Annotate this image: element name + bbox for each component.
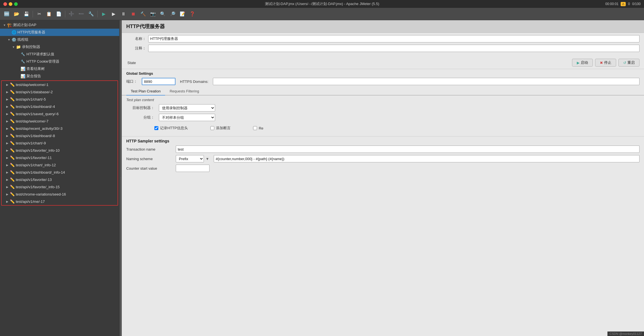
tree-item-chrome-16[interactable]: ✏️ test/chrome-variations/seed-16 (2, 190, 118, 198)
start-button[interactable]: ▶ 启动 (572, 59, 593, 67)
item-15-label: test/api/v1/favorite/_info-15 (16, 185, 60, 189)
counter-start-input[interactable] (176, 165, 210, 172)
sidebar-item-cookie-manager[interactable]: 🔧 HTTP Cookie管理器 (0, 58, 119, 65)
tree-item-chart-9[interactable]: ✏️ test/api/v1/chart/-9 (2, 139, 118, 147)
record-controller-arrow (11, 45, 16, 49)
tree-item-recent-activity-3[interactable]: ✏️ test/dap/recent_activity/30/-3 (2, 125, 118, 132)
item-3-icon: ✏️ (10, 97, 15, 102)
tree-item-me-17[interactable]: ✏️ test/api/v1/me/-17 (2, 198, 118, 205)
tree-item-chart-info-12[interactable]: ✏️ test/api/v1/chart/_info-12 (2, 161, 118, 169)
zoom-button[interactable]: 🔎 (168, 10, 177, 19)
sidebar-item-aggregate-report[interactable]: 📊 聚合报告 (0, 72, 119, 80)
tree-item-database-2[interactable]: ✏️ test/api/v1/database/-2 (2, 88, 118, 96)
paste-button[interactable]: 📄 (54, 10, 63, 19)
tree-item-welcome-1[interactable]: ✏️ test/dap/welcome/-1 (2, 81, 118, 88)
item-10-arrow (5, 148, 10, 153)
pause-button[interactable]: ⏸ (119, 10, 128, 19)
dropdown-arrow-icon: ▼ (206, 157, 209, 161)
cut-button[interactable]: ✂ (35, 10, 44, 19)
tree-item-welcome-7[interactable]: ✏️ test/dap/welcome/-7 (2, 117, 118, 125)
naming-scheme-select[interactable]: Prefix Default (176, 155, 204, 162)
http-proxy-arrow (7, 30, 11, 35)
stop-button[interactable]: ✖ 停止 (595, 59, 616, 67)
tree-item-favorite-11[interactable]: ✏️ test/api/v1/favorite/-11 (2, 154, 118, 161)
tree-item-dashboard-4[interactable]: ✏️ test/api/v1/dashboard/-4 (2, 103, 118, 110)
add-button[interactable]: ➕ (67, 10, 76, 19)
traffic-lights (3, 2, 18, 6)
separator-2 (65, 11, 65, 17)
item-11-label: test/api/v1/favorite/-11 (16, 156, 52, 160)
tree-item-favorite-info-15[interactable]: ✏️ test/api/v1/favorite/_info-15 (2, 183, 118, 190)
sidebar-item-thread-group[interactable]: ⚙️ 线程组 (0, 36, 119, 43)
save-button[interactable]: 💾 (22, 10, 31, 19)
group-select[interactable]: 不对样本分组 (159, 114, 215, 121)
start-label: 启动 (581, 60, 588, 65)
close-button[interactable] (3, 2, 7, 6)
item-2-icon: ✏️ (10, 89, 15, 94)
item-16-label: test/chrome-variations/seed-16 (16, 192, 66, 196)
settings-button[interactable]: 🔧 (87, 10, 96, 19)
main-layout: 🏗️ 测试计划-DAP 🌐 HTTP代理服务器 ⚙️ 线程组 📁 录制控制器 (0, 20, 644, 336)
tree-root-node[interactable]: 🏗️ 测试计划-DAP (0, 21, 119, 29)
transaction-name-label: Transaction name (126, 147, 171, 151)
item-5-icon: ✏️ (10, 111, 15, 116)
group-row: 分组： 不对样本分组 (126, 114, 640, 121)
tree-item-chart-5[interactable]: ✏️ test/api/v1/chart/-5 (2, 96, 118, 103)
global-settings-title: Global Settings (122, 69, 644, 77)
stop-button[interactable]: ⏹ (129, 10, 138, 19)
tree-item-saved-query-6[interactable]: ✏️ test/api/v1/saved_query/-6 (2, 110, 118, 117)
item-12-label: test/api/v1/chart/_info-12 (16, 163, 56, 167)
https-label: HTTPS Domains: (180, 80, 208, 84)
item-13-arrow (5, 170, 10, 174)
tab-requests-filtering[interactable]: Requests Filtering (165, 87, 204, 96)
search-button[interactable]: 🔍 (158, 10, 167, 19)
copy-button[interactable]: 📋 (44, 10, 53, 19)
sidebar-item-record-controller[interactable]: 📁 录制控制器 (0, 43, 119, 51)
re-checkbox[interactable] (253, 126, 257, 130)
tree-item-favorite-13[interactable]: ✏️ test/api/v1/favorite/-13 (2, 176, 118, 183)
item-11-arrow (5, 155, 10, 160)
maximize-button[interactable] (14, 2, 18, 6)
record-http-headers-checkbox[interactable] (154, 126, 158, 130)
panel-divider[interactable]: ⋮ (120, 20, 122, 336)
sidebar-item-http-proxy[interactable]: 🌐 HTTP代理服务器 (0, 29, 119, 36)
https-domains-input[interactable] (213, 78, 640, 85)
naming-pattern-input[interactable] (214, 155, 640, 162)
run-no-pause-button[interactable]: ▶ (109, 10, 118, 19)
transaction-name-input[interactable] (176, 146, 640, 153)
restart-button[interactable]: ↺ 重启 (618, 59, 640, 67)
clear-button[interactable]: 🔨 (139, 10, 148, 19)
item-15-icon: ✏️ (10, 184, 15, 189)
item-9-icon: ✏️ (10, 140, 15, 146)
minimize-button[interactable] (9, 2, 12, 6)
item-10-icon: ✏️ (10, 148, 15, 153)
target-controller-row: 目标控制器： 使用录制控制器 (126, 104, 640, 112)
camera-button[interactable]: 📷 (148, 10, 157, 19)
item-15-arrow (5, 185, 10, 189)
state-buttons: ▶ 启动 ✖ 停止 ↺ 重启 (572, 59, 640, 67)
tab-test-plan-creation[interactable]: Test Plan Creation (126, 87, 165, 96)
remove-button[interactable]: ➖ (77, 10, 86, 19)
add-assertions-checkbox[interactable] (210, 126, 214, 130)
tree-item-dashboard-8[interactable]: ✏️ test/api/v1/dashboard/-8 (2, 132, 118, 139)
name-label: 名称： (126, 36, 146, 41)
state-left: State (126, 61, 136, 65)
comment-input[interactable] (148, 45, 640, 52)
open-button[interactable]: 📂 (12, 10, 21, 19)
item-8-label: test/api/v1/dashboard/-8 (16, 134, 55, 138)
http-proxy-icon: 🌐 (11, 30, 16, 35)
tree-item-dashboard-info-14[interactable]: ✏️ test/api/v1/dashboard/_info-14 (2, 169, 118, 176)
global-settings-row: 端口： HTTPS Domains: (122, 77, 644, 87)
target-controller-select[interactable]: 使用录制控制器 (159, 104, 215, 112)
port-input[interactable] (142, 78, 175, 85)
sidebar-item-results-tree[interactable]: 📊 查看结果树 (0, 65, 119, 72)
restart-label: 重启 (627, 60, 635, 65)
tree-item-favorite-info-10[interactable]: ✏️ test/api/v1/favorite/_info-10 (2, 147, 118, 154)
new-button[interactable]: 🆕 (2, 10, 11, 19)
run-button[interactable]: ▶ (99, 10, 108, 19)
cookie-manager-arrow (16, 59, 20, 64)
help-button[interactable]: ❓ (188, 10, 197, 19)
name-input[interactable] (148, 35, 640, 42)
sidebar-item-http-defaults[interactable]: 🔧 HTTP请求默认值 (0, 51, 119, 58)
log-button[interactable]: 📝 (178, 10, 187, 19)
